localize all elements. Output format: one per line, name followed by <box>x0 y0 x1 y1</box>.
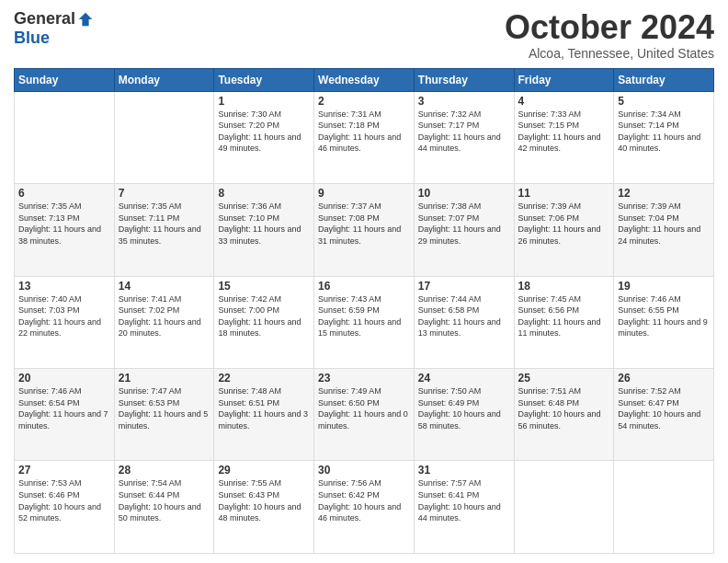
calendar-week-row: 27Sunrise: 7:53 AMSunset: 6:46 PMDayligh… <box>15 461 714 554</box>
logo-icon <box>77 11 94 28</box>
calendar-day-cell: 1Sunrise: 7:30 AMSunset: 7:20 PMDaylight… <box>214 91 314 183</box>
calendar-day-cell: 8Sunrise: 7:36 AMSunset: 7:10 PMDaylight… <box>214 184 314 276</box>
svg-marker-0 <box>79 12 92 25</box>
calendar-day-cell: 25Sunrise: 7:51 AMSunset: 6:48 PMDayligh… <box>514 369 614 461</box>
day-info: Sunrise: 7:39 AMSunset: 7:04 PMDaylight:… <box>618 201 700 246</box>
day-number: 27 <box>18 464 110 477</box>
calendar-day-cell: 27Sunrise: 7:53 AMSunset: 6:46 PMDayligh… <box>15 461 115 554</box>
calendar-day-cell: 15Sunrise: 7:42 AMSunset: 7:00 PMDayligh… <box>214 276 314 368</box>
calendar-day-cell: 31Sunrise: 7:57 AMSunset: 6:41 PMDayligh… <box>414 461 514 554</box>
day-of-week-header: Monday <box>114 68 214 91</box>
calendar-day-cell: 20Sunrise: 7:46 AMSunset: 6:54 PMDayligh… <box>15 369 115 461</box>
day-number: 8 <box>218 187 310 200</box>
day-info: Sunrise: 7:42 AMSunset: 7:00 PMDaylight:… <box>218 294 301 339</box>
calendar-day-cell: 28Sunrise: 7:54 AMSunset: 6:44 PMDayligh… <box>114 461 214 554</box>
day-info: Sunrise: 7:37 AMSunset: 7:08 PMDaylight:… <box>318 201 401 246</box>
day-number: 28 <box>119 464 210 477</box>
day-of-week-header: Thursday <box>414 68 514 91</box>
calendar-day-cell: 10Sunrise: 7:38 AMSunset: 7:07 PMDayligh… <box>414 184 514 276</box>
day-info: Sunrise: 7:35 AMSunset: 7:11 PMDaylight:… <box>119 201 201 246</box>
day-info: Sunrise: 7:47 AMSunset: 6:53 PMDaylight:… <box>119 386 209 431</box>
calendar-day-cell: 7Sunrise: 7:35 AMSunset: 7:11 PMDaylight… <box>114 184 214 276</box>
day-info: Sunrise: 7:55 AMSunset: 6:43 PMDaylight:… <box>218 478 301 523</box>
day-info: Sunrise: 7:51 AMSunset: 6:48 PMDaylight:… <box>518 386 601 431</box>
day-number: 6 <box>18 187 110 200</box>
calendar-day-cell: 12Sunrise: 7:39 AMSunset: 7:04 PMDayligh… <box>614 184 714 276</box>
calendar-day-cell <box>15 91 115 183</box>
calendar-day-cell: 22Sunrise: 7:48 AMSunset: 6:51 PMDayligh… <box>214 369 314 461</box>
day-info: Sunrise: 7:44 AMSunset: 6:58 PMDaylight:… <box>418 294 501 339</box>
day-number: 20 <box>18 372 110 385</box>
calendar-week-row: 1Sunrise: 7:30 AMSunset: 7:20 PMDaylight… <box>15 91 714 183</box>
calendar-day-cell: 24Sunrise: 7:50 AMSunset: 6:49 PMDayligh… <box>414 369 514 461</box>
calendar-day-cell: 13Sunrise: 7:40 AMSunset: 7:03 PMDayligh… <box>15 276 115 368</box>
day-number: 3 <box>418 95 510 108</box>
day-info: Sunrise: 7:35 AMSunset: 7:13 PMDaylight:… <box>18 201 101 246</box>
day-info: Sunrise: 7:36 AMSunset: 7:10 PMDaylight:… <box>218 201 301 246</box>
calendar: SundayMondayTuesdayWednesdayThursdayFrid… <box>14 68 714 554</box>
day-info: Sunrise: 7:32 AMSunset: 7:17 PMDaylight:… <box>418 109 501 154</box>
day-info: Sunrise: 7:53 AMSunset: 6:46 PMDaylight:… <box>18 478 101 523</box>
calendar-day-cell: 23Sunrise: 7:49 AMSunset: 6:50 PMDayligh… <box>314 369 415 461</box>
day-number: 29 <box>218 464 310 477</box>
day-number: 23 <box>318 372 410 385</box>
page: General Blue October 2024 Alcoa, Tenness… <box>0 0 728 563</box>
calendar-day-cell: 21Sunrise: 7:47 AMSunset: 6:53 PMDayligh… <box>114 369 214 461</box>
calendar-day-cell: 2Sunrise: 7:31 AMSunset: 7:18 PMDaylight… <box>314 91 415 183</box>
day-of-week-header: Saturday <box>614 68 714 91</box>
calendar-day-cell <box>514 461 614 554</box>
day-number: 30 <box>318 464 410 477</box>
day-info: Sunrise: 7:52 AMSunset: 6:47 PMDaylight:… <box>618 386 700 431</box>
day-info: Sunrise: 7:38 AMSunset: 7:07 PMDaylight:… <box>418 201 501 246</box>
day-info: Sunrise: 7:33 AMSunset: 7:15 PMDaylight:… <box>518 109 601 154</box>
calendar-day-cell: 5Sunrise: 7:34 AMSunset: 7:14 PMDaylight… <box>614 91 714 183</box>
day-info: Sunrise: 7:39 AMSunset: 7:06 PMDaylight:… <box>518 201 601 246</box>
day-number: 11 <box>518 187 610 200</box>
calendar-week-row: 20Sunrise: 7:46 AMSunset: 6:54 PMDayligh… <box>15 369 714 461</box>
day-info: Sunrise: 7:49 AMSunset: 6:50 PMDaylight:… <box>318 386 408 431</box>
day-info: Sunrise: 7:41 AMSunset: 7:02 PMDaylight:… <box>119 294 201 339</box>
calendar-day-cell: 11Sunrise: 7:39 AMSunset: 7:06 PMDayligh… <box>514 184 614 276</box>
day-number: 2 <box>318 95 410 108</box>
day-info: Sunrise: 7:31 AMSunset: 7:18 PMDaylight:… <box>318 109 401 154</box>
day-number: 5 <box>618 95 710 108</box>
day-number: 10 <box>418 187 510 200</box>
day-of-week-header: Sunday <box>15 68 115 91</box>
day-number: 9 <box>318 187 410 200</box>
header: General Blue October 2024 Alcoa, Tenness… <box>14 9 714 61</box>
calendar-week-row: 13Sunrise: 7:40 AMSunset: 7:03 PMDayligh… <box>15 276 714 368</box>
day-of-week-header: Friday <box>514 68 614 91</box>
day-info: Sunrise: 7:50 AMSunset: 6:49 PMDaylight:… <box>418 386 501 431</box>
calendar-day-cell: 30Sunrise: 7:56 AMSunset: 6:42 PMDayligh… <box>314 461 415 554</box>
calendar-day-cell: 6Sunrise: 7:35 AMSunset: 7:13 PMDaylight… <box>15 184 115 276</box>
day-number: 17 <box>418 280 510 293</box>
day-number: 22 <box>218 372 310 385</box>
calendar-day-cell <box>614 461 714 554</box>
calendar-day-cell: 14Sunrise: 7:41 AMSunset: 7:02 PMDayligh… <box>114 276 214 368</box>
calendar-day-cell: 26Sunrise: 7:52 AMSunset: 6:47 PMDayligh… <box>614 369 714 461</box>
day-number: 15 <box>218 280 310 293</box>
day-info: Sunrise: 7:56 AMSunset: 6:42 PMDaylight:… <box>318 478 401 523</box>
day-number: 21 <box>119 372 210 385</box>
day-info: Sunrise: 7:45 AMSunset: 6:56 PMDaylight:… <box>518 294 601 339</box>
calendar-day-cell: 9Sunrise: 7:37 AMSunset: 7:08 PMDaylight… <box>314 184 415 276</box>
calendar-week-row: 6Sunrise: 7:35 AMSunset: 7:13 PMDaylight… <box>15 184 714 276</box>
calendar-day-cell <box>114 91 214 183</box>
day-info: Sunrise: 7:34 AMSunset: 7:14 PMDaylight:… <box>618 109 700 154</box>
calendar-header-row: SundayMondayTuesdayWednesdayThursdayFrid… <box>15 68 714 91</box>
day-of-week-header: Tuesday <box>214 68 314 91</box>
day-info: Sunrise: 7:57 AMSunset: 6:41 PMDaylight:… <box>418 478 501 523</box>
calendar-day-cell: 17Sunrise: 7:44 AMSunset: 6:58 PMDayligh… <box>414 276 514 368</box>
logo-blue-text: Blue <box>14 29 50 48</box>
calendar-day-cell: 16Sunrise: 7:43 AMSunset: 6:59 PMDayligh… <box>314 276 415 368</box>
day-number: 26 <box>618 372 710 385</box>
day-number: 19 <box>618 280 710 293</box>
day-of-week-header: Wednesday <box>314 68 415 91</box>
calendar-day-cell: 19Sunrise: 7:46 AMSunset: 6:55 PMDayligh… <box>614 276 714 368</box>
calendar-day-cell: 4Sunrise: 7:33 AMSunset: 7:15 PMDaylight… <box>514 91 614 183</box>
day-info: Sunrise: 7:40 AMSunset: 7:03 PMDaylight:… <box>18 294 101 339</box>
logo: General Blue <box>14 9 94 48</box>
day-info: Sunrise: 7:54 AMSunset: 6:44 PMDaylight:… <box>119 478 201 523</box>
calendar-day-cell: 18Sunrise: 7:45 AMSunset: 6:56 PMDayligh… <box>514 276 614 368</box>
day-number: 7 <box>119 187 210 200</box>
